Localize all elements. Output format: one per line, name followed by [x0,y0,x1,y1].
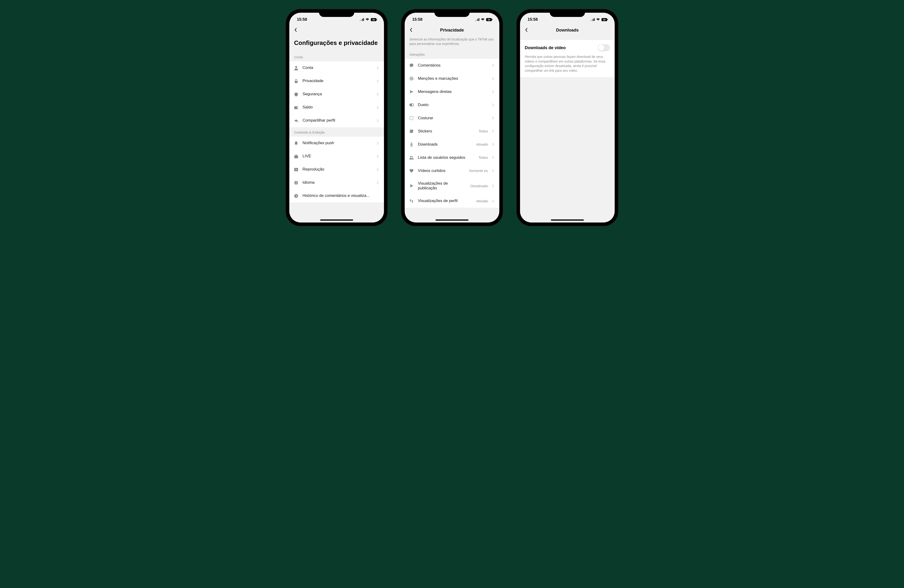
row-idioma[interactable]: A Idioma [289,176,384,189]
at-icon [409,76,414,81]
row-label: Reprodução [302,167,373,172]
back-button[interactable] [292,27,299,33]
row-downloads[interactable]: Downloads Ativado [405,138,499,151]
row-lista-seguidos[interactable]: Lista de usuários seguidos Todos [405,151,499,164]
wifi-icon [365,18,369,21]
content: Downloads de vídeo Permita que outras pe… [520,36,615,222]
svg-point-31 [410,156,411,158]
status-time: 15:58 [528,17,538,22]
chevron-right-icon [492,156,495,159]
chevron-right-icon [492,90,495,93]
svg-rect-39 [593,19,593,21]
play-triangle-icon [409,183,414,188]
send-icon [409,89,414,94]
row-visualizacoes-perfil[interactable]: Visualizações de perfil Ativado [405,194,499,208]
row-comentarios[interactable]: Comentários [405,59,499,72]
tv-icon [294,154,299,159]
phone-notch [550,9,585,17]
row-reproducao[interactable]: Reprodução [289,163,384,176]
info-text: Gerencie as informações de localização q… [405,36,499,49]
row-label: Dueto [418,102,488,107]
svg-point-7 [295,66,297,68]
row-videos-curtidos[interactable]: Vídeos curtidos Somente eu [405,164,499,177]
svg-text:58: 58 [603,19,605,21]
chevron-right-icon [377,168,380,171]
home-indicator[interactable] [320,219,353,221]
row-conta[interactable]: Conta [289,61,384,74]
content[interactable]: Conta Conta Privacidade Segurança [289,52,384,223]
row-label: Notificações push [302,141,373,145]
svg-rect-10 [297,107,298,108]
svg-text:A: A [295,181,297,184]
stitch-icon [409,115,414,121]
svg-rect-40 [594,18,595,21]
chevron-right-icon [492,130,495,132]
section-header-conta: Conta [289,52,384,61]
svg-rect-38 [592,19,592,21]
phone-frame-1: 15:58 58 Configurações e privacidade Con… [286,9,387,226]
home-indicator[interactable] [436,219,468,221]
content[interactable]: Interações Comentários Menções e marcaçõ… [405,49,499,222]
heart-icon [409,168,414,173]
svg-rect-21 [492,19,493,20]
svg-rect-5 [377,19,377,20]
phone-frame-3: 15:58 58 Downloads Downloads de vídeo Pe… [517,9,618,226]
back-button[interactable] [523,27,530,33]
row-stickers[interactable]: Stickers Todos [405,125,499,138]
sticker-icon [409,129,414,134]
duet-icon [409,102,414,107]
status-right: 58 [360,18,378,21]
row-value: Somente eu [469,169,488,173]
row-dueto[interactable]: Dueto [405,98,499,112]
svg-rect-17 [476,19,477,21]
status-time: 15:58 [412,17,422,22]
row-saldo[interactable]: Saldo [289,101,384,114]
row-label: LIVE [302,154,373,159]
row-label: Segurança [302,92,373,96]
row-compartilhar-perfil[interactable]: Compartilhar perfil [289,114,384,127]
svg-text:58: 58 [488,19,490,21]
row-label: Compartilhar perfil [302,118,373,123]
row-privacidade[interactable]: Privacidade [289,74,384,88]
svg-point-36 [412,202,413,203]
svg-rect-8 [295,81,297,83]
row-label: Vídeos curtidos [418,169,465,173]
svg-rect-0 [360,20,360,21]
row-historico[interactable]: Histórico de comentários e visualiza... [289,189,384,202]
row-label: Menções e marcações [418,76,488,81]
chevron-right-icon [492,184,495,187]
section-header-conteudo: Conteúdo & Exibição [289,127,384,137]
signal-icon [590,18,595,21]
nav-title: Downloads [556,28,578,33]
play-icon [294,167,299,172]
toggle-downloads-video[interactable] [598,44,610,51]
status-time: 15:58 [297,17,307,22]
row-live[interactable]: LIVE [289,150,384,163]
row-notificacoes[interactable]: Notificações push [289,137,384,150]
svg-rect-18 [477,19,478,21]
toggle-description: Permita que outras pessoas façam downloa… [520,54,615,77]
chevron-left-icon [294,28,297,33]
row-costurar[interactable]: Costurar [405,112,499,125]
signal-icon [475,18,479,21]
row-mensagens[interactable]: Mensagens diretas [405,85,499,98]
shield-icon [294,92,299,97]
row-seguranca[interactable]: Segurança [289,88,384,101]
svg-rect-2 [362,19,363,21]
language-icon: A [294,180,299,185]
download-icon [409,142,414,147]
back-button[interactable] [408,27,414,33]
battery-icon: 58 [602,18,608,21]
home-indicator[interactable] [551,219,584,221]
row-visualizacoes-publicacao[interactable]: Visualizações de publicação Desativado [405,177,499,194]
row-mencoes[interactable]: Menções e marcações [405,72,499,85]
comment-icon [409,63,414,68]
row-label: Comentários [418,63,488,68]
chevron-right-icon [492,200,495,202]
svg-rect-42 [607,19,608,20]
bell-icon [294,141,299,146]
toggle-label: Downloads de vídeo [525,46,566,50]
signal-icon [360,18,364,21]
chevron-right-icon [377,181,380,184]
row-label: Histórico de comentários e visualiza... [302,193,380,198]
